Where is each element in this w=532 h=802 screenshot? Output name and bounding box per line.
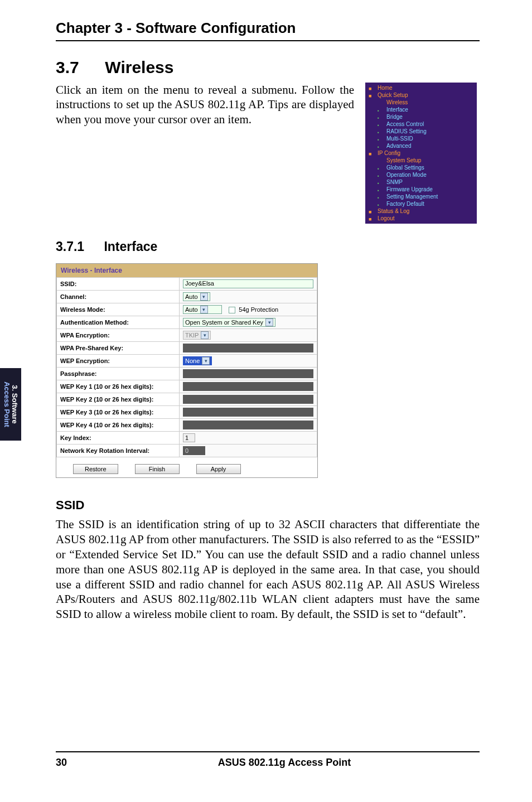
bullet-icon [369, 85, 374, 91]
wpa-enc-select: TKIP▾ [183, 331, 211, 340]
bullet-icon [378, 201, 383, 207]
rotation-input: 0 [183, 446, 205, 455]
wep2-input [183, 395, 313, 404]
page-number: 30 [56, 757, 89, 769]
nav-item-access-control[interactable]: Access Control [365, 120, 477, 128]
wep-enc-label: WEP Encryption: [57, 355, 180, 368]
nav-item-label: Bridge [386, 114, 403, 120]
nav-item-label: Multi-SSID [386, 136, 413, 142]
bullet-icon [369, 93, 374, 98]
protection-checkbox[interactable] [229, 307, 235, 313]
ssid-heading: SSID [56, 498, 480, 513]
channel-select[interactable]: Auto▾ [183, 292, 210, 301]
wep1-input [183, 382, 313, 391]
nav-item-label: Access Control [386, 121, 424, 127]
nav-item-label: Factory Default [386, 201, 424, 207]
nav-item-factory-default[interactable]: Factory Default [365, 200, 477, 207]
wep2-label: WEP Key 2 (10 or 26 hex digits): [57, 393, 180, 406]
nav-item-firmware-upgrade[interactable]: Firmware Upgrade [365, 186, 477, 193]
side-tab: 3. Software Access Point [0, 368, 21, 441]
wep4-input [183, 421, 313, 429]
nav-item-radius-setting[interactable]: RADIUS Setting [365, 128, 477, 135]
nav-item-wireless[interactable]: Wireless [365, 99, 477, 106]
apply-button[interactable]: Apply [196, 464, 241, 474]
section-num: 3.7 [56, 58, 100, 77]
nav-item-status-log[interactable]: Status & Log [365, 207, 477, 215]
protection-label: 54g Protection [239, 306, 278, 313]
wep4-label: WEP Key 4 (10 or 26 hex digits): [57, 419, 180, 432]
finish-button[interactable]: Finish [135, 464, 180, 474]
wep-enc-select[interactable]: None▾ [183, 356, 212, 365]
nav-item-ip-config[interactable]: IP Config [365, 149, 477, 157]
bullet-icon [378, 136, 383, 142]
bullet-icon [378, 158, 383, 163]
bullet-icon [369, 216, 374, 221]
passphrase-input [183, 369, 313, 378]
sidetab-line2: Access Point [3, 381, 11, 427]
sidetab-line1: 3. Software [11, 381, 18, 427]
nav-item-multi-ssid[interactable]: Multi-SSID [365, 135, 477, 142]
nav-item-advanced[interactable]: Advanced [365, 142, 477, 149]
nav-item-label: Setting Management [386, 194, 438, 200]
keyidx-input: 1 [183, 433, 195, 442]
mode-select[interactable]: Auto▾ [183, 305, 222, 314]
bullet-icon [378, 107, 383, 113]
channel-label: Channel: [57, 291, 180, 303]
nav-item-label: Logout [378, 215, 395, 221]
auth-label: Authentication Method: [57, 316, 180, 329]
subsection-heading: 3.7.1 Interface [56, 239, 480, 254]
footer-title: ASUS 802.11g Access Point [89, 757, 480, 769]
page-footer: 30 ASUS 802.11g Access Point [56, 751, 480, 769]
nav-item-home[interactable]: Home [365, 84, 477, 91]
nav-item-system-setup[interactable]: System Setup [365, 157, 477, 164]
nav-item-label: System Setup [386, 157, 421, 163]
nav-menu: HomeQuick SetupWirelessInterfaceBridgeAc… [365, 83, 477, 224]
chevron-down-icon: ▾ [200, 306, 208, 313]
bullet-icon [378, 172, 383, 178]
nav-item-label: Advanced [386, 143, 411, 149]
wep3-label: WEP Key 3 (10 or 26 hex digits): [57, 406, 180, 419]
nav-item-label: Status & Log [378, 208, 409, 214]
wireless-interface-form: Wireless - Interface SSID: Joey&Elsa Cha… [56, 263, 318, 478]
intro-paragraph: Click an item on the menu to reveal a su… [56, 83, 354, 127]
nav-item-label: IP Config [378, 150, 400, 156]
nav-item-global-settings[interactable]: Global Settings [365, 164, 477, 171]
nav-item-bridge[interactable]: Bridge [365, 113, 477, 120]
ssid-paragraph: The SSID is an identification string of … [56, 517, 480, 622]
wpa-psk-input [183, 344, 313, 352]
nav-item-label: RADIUS Setting [386, 128, 427, 134]
nav-item-label: Firmware Upgrade [386, 186, 433, 192]
bullet-icon [378, 122, 383, 127]
subsection-num: 3.7.1 [56, 239, 100, 254]
nav-item-logout[interactable]: Logout [365, 215, 477, 222]
auth-select[interactable]: Open System or Shared Key▾ [183, 318, 275, 327]
wep1-label: WEP Key 1 (10 or 26 hex digits): [57, 380, 180, 393]
ssid-input[interactable]: Joey&Elsa [183, 279, 313, 288]
rot-label: Network Key Rotation Interval: [57, 445, 180, 457]
bullet-icon [369, 151, 374, 156]
nav-item-setting-management[interactable]: Setting Management [365, 193, 477, 200]
restore-button[interactable]: Restore [73, 464, 118, 474]
pass-label: Passphrase: [57, 368, 180, 380]
chapter-title: Chapter 3 - Software Configuration [56, 20, 480, 41]
nav-item-operation-mode[interactable]: Operation Mode [365, 171, 477, 178]
nav-item-label: Operation Mode [386, 172, 427, 178]
chevron-down-icon: ▾ [201, 331, 209, 339]
bullet-icon [378, 180, 383, 185]
bullet-icon [378, 165, 383, 171]
nav-item-label: Global Settings [386, 165, 424, 171]
nav-item-label: Quick Setup [378, 92, 408, 98]
keyidx-label: Key Index: [57, 432, 180, 445]
wpa-psk-label: WPA Pre-Shared Key: [57, 342, 180, 355]
bullet-icon [378, 114, 383, 120]
bullet-icon [378, 143, 383, 149]
nav-item-quick-setup[interactable]: Quick Setup [365, 91, 477, 99]
nav-item-snmp[interactable]: SNMP [365, 178, 477, 186]
ssid-label: SSID: [57, 278, 180, 291]
wpa-enc-label: WPA Encryption: [57, 329, 180, 342]
nav-item-interface[interactable]: Interface [365, 106, 477, 113]
bullet-icon [378, 194, 383, 200]
form-header: Wireless - Interface [56, 264, 317, 277]
chevron-down-icon: ▾ [202, 357, 210, 365]
nav-item-label: SNMP [386, 179, 403, 185]
